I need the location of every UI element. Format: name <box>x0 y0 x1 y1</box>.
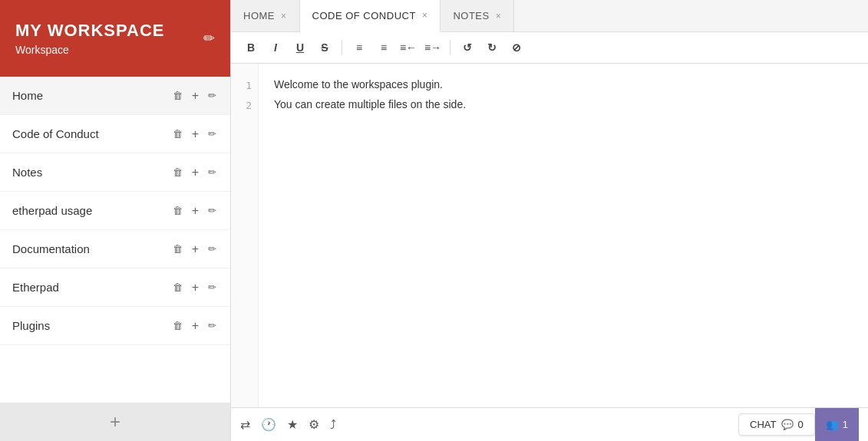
edit-icon-plugins[interactable]: ✏ <box>206 318 218 333</box>
sidebar-item-plugins[interactable]: Plugins🗑+✏ <box>0 307 230 345</box>
chat-count: 0 <box>798 419 804 430</box>
toolbar-ordered-list-button[interactable]: ≡ <box>348 37 370 58</box>
sidebar-item-actions-documentation: 🗑+✏ <box>171 241 218 258</box>
sidebar-item-label-code-of-conduct: Code of Conduct <box>12 127 171 140</box>
bottom-right-actions: CHAT 💬 0 👥 1 <box>738 408 859 442</box>
line-numbers: 12 <box>231 64 259 407</box>
tab-close-home[interactable]: × <box>281 12 287 21</box>
toolbar: BIUS≡≡≡←≡→↺↻⊘ <box>231 32 868 64</box>
users-button[interactable]: 👥 1 <box>815 408 859 442</box>
tab-label-home: HOME <box>243 10 275 21</box>
toolbar-separator-sep1 <box>342 40 342 55</box>
share-icon[interactable]: ⤴ <box>330 418 336 432</box>
settings-icon[interactable]: ⚙ <box>309 417 319 432</box>
delete-icon-documentation[interactable]: 🗑 <box>171 242 184 256</box>
delete-icon-etherpad-usage[interactable]: 🗑 <box>171 203 184 218</box>
sidebar-item-etherpad[interactable]: Etherpad🗑+✏ <box>0 268 230 307</box>
sidebar-item-label-home: Home <box>12 89 171 102</box>
tab-label-code-of-conduct: CODE OF CONDUCT <box>312 10 416 21</box>
workspace-subtitle: Workspace <box>15 44 203 56</box>
sidebar-item-actions-code-of-conduct: 🗑+✏ <box>171 126 218 143</box>
delete-icon-notes[interactable]: 🗑 <box>171 165 184 179</box>
add-icon-etherpad[interactable]: + <box>190 279 200 296</box>
sidebar-item-actions-notes: 🗑+✏ <box>171 164 218 181</box>
chat-icon: 💬 <box>781 419 794 430</box>
toolbar-clear-format-button[interactable]: ⊘ <box>506 37 527 58</box>
toolbar-redo-button[interactable]: ↻ <box>481 37 503 58</box>
sidebar-item-code-of-conduct[interactable]: Code of Conduct🗑+✏ <box>0 115 230 153</box>
editor-line-1: Welcome to the workspaces plugin. <box>274 76 853 93</box>
edit-icon-etherpad[interactable]: ✏ <box>206 280 218 295</box>
tab-code-of-conduct[interactable]: CODE OF CONDUCT× <box>300 0 441 32</box>
tabs-bar: HOME×CODE OF CONDUCT×NOTES× <box>231 0 868 32</box>
toolbar-strikethrough-button[interactable]: S <box>314 37 335 58</box>
add-page-button[interactable]: + <box>0 403 230 441</box>
add-icon-notes[interactable]: + <box>190 164 200 181</box>
edit-icon-home[interactable]: ✏ <box>206 88 218 103</box>
sidebar-header: MY WORKSPACE Workspace ✏ <box>0 0 230 77</box>
tab-close-notes[interactable]: × <box>496 12 502 21</box>
delete-icon-code-of-conduct[interactable]: 🗑 <box>171 127 184 141</box>
editor: 12 Welcome to the workspaces plugin.You … <box>231 64 868 407</box>
sidebar: MY WORKSPACE Workspace ✏ Home🗑+✏Code of … <box>0 0 230 441</box>
edit-icon-etherpad-usage[interactable]: ✏ <box>206 203 218 218</box>
sidebar-item-actions-etherpad-usage: 🗑+✏ <box>171 202 218 219</box>
tab-notes[interactable]: NOTES× <box>441 0 514 31</box>
edit-workspace-icon[interactable]: ✏ <box>203 30 215 47</box>
sidebar-item-label-plugins: Plugins <box>12 319 171 332</box>
sidebar-item-actions-home: 🗑+✏ <box>171 87 218 104</box>
chat-label: CHAT <box>750 419 776 430</box>
line-number-1: 1 <box>231 76 258 96</box>
sidebar-item-notes[interactable]: Notes🗑+✏ <box>0 153 230 192</box>
add-icon-documentation[interactable]: + <box>190 241 200 258</box>
bottom-bar: ⇄ 🕐 ★ ⚙ ⤴ CHAT 💬 0 👥 1 <box>231 407 868 441</box>
sidebar-item-label-etherpad-usage: etherpad usage <box>12 204 171 217</box>
sidebar-item-label-notes: Notes <box>12 166 171 179</box>
sidebar-item-documentation[interactable]: Documentation🗑+✏ <box>0 230 230 268</box>
toolbar-indent-left-button[interactable]: ≡← <box>398 37 419 58</box>
sidebar-item-actions-etherpad: 🗑+✏ <box>171 279 218 296</box>
toolbar-bold-button[interactable]: B <box>240 37 262 58</box>
editor-line-2: You can create multiple files on the sid… <box>274 96 853 113</box>
toolbar-unordered-list-button[interactable]: ≡ <box>373 37 394 58</box>
add-icon-code-of-conduct[interactable]: + <box>190 126 200 143</box>
tab-label-notes: NOTES <box>453 10 489 21</box>
chat-button[interactable]: CHAT 💬 0 <box>738 413 815 436</box>
add-icon-etherpad-usage[interactable]: + <box>190 202 200 219</box>
tab-home[interactable]: HOME× <box>231 0 300 31</box>
main-area: HOME×CODE OF CONDUCT×NOTES× BIUS≡≡≡←≡→↺↻… <box>230 0 868 441</box>
toolbar-italic-button[interactable]: I <box>265 37 286 58</box>
workspace-title: MY WORKSPACE <box>15 21 203 41</box>
toolbar-indent-right-button[interactable]: ≡→ <box>422 37 444 58</box>
delete-icon-etherpad[interactable]: 🗑 <box>171 280 184 295</box>
history-icon[interactable]: 🕐 <box>261 417 276 432</box>
toolbar-undo-button[interactable]: ↺ <box>457 37 478 58</box>
users-icon: 👥 <box>826 419 838 430</box>
add-icon-plugins[interactable]: + <box>190 318 200 334</box>
bottom-left-icons: ⇄ 🕐 ★ ⚙ ⤴ <box>240 417 336 432</box>
delete-icon-home[interactable]: 🗑 <box>171 88 184 103</box>
sidebar-item-label-etherpad: Etherpad <box>12 281 171 294</box>
line-number-2: 2 <box>231 96 258 116</box>
sidebar-item-home[interactable]: Home🗑+✏ <box>0 77 230 115</box>
edit-icon-documentation[interactable]: ✏ <box>206 242 218 256</box>
edit-icon-code-of-conduct[interactable]: ✏ <box>206 127 218 141</box>
toolbar-underline-button[interactable]: U <box>289 37 311 58</box>
sidebar-item-label-documentation: Documentation <box>12 242 171 255</box>
bookmark-icon[interactable]: ★ <box>287 417 298 432</box>
edit-icon-notes[interactable]: ✏ <box>206 165 218 179</box>
sidebar-item-etherpad-usage[interactable]: etherpad usage🗑+✏ <box>0 192 230 230</box>
editor-content[interactable]: Welcome to the workspaces plugin.You can… <box>259 64 868 407</box>
sidebar-item-actions-plugins: 🗑+✏ <box>171 318 218 334</box>
add-icon-home[interactable]: + <box>190 87 200 104</box>
delete-icon-plugins[interactable]: 🗑 <box>171 318 184 333</box>
users-count: 1 <box>843 419 848 430</box>
tab-close-code-of-conduct[interactable]: × <box>422 11 428 20</box>
toolbar-separator-sep2 <box>450 40 451 55</box>
sidebar-items: Home🗑+✏Code of Conduct🗑+✏Notes🗑+✏etherpa… <box>0 77 230 403</box>
import-export-icon[interactable]: ⇄ <box>240 417 250 432</box>
